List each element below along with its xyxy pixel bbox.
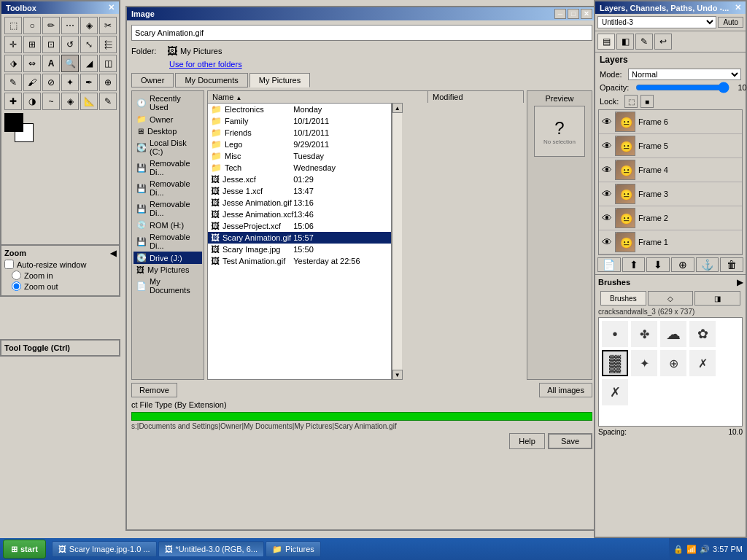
taskbar-item-untitled[interactable]: 🖼 *Untitled-3.0 (RGB, 6... xyxy=(158,541,265,557)
place-desktop[interactable]: 🖥 Desktop xyxy=(133,125,202,137)
image-dialog-maximize-btn[interactable]: □ xyxy=(568,9,579,19)
tab-my-documents[interactable]: My Documents xyxy=(175,73,247,88)
layer-frame2[interactable]: 👁 😐 Frame 2 xyxy=(599,206,742,230)
col-modified[interactable]: Modified xyxy=(428,91,523,103)
layer-frame6[interactable]: 👁 😐 Frame 6 xyxy=(599,110,742,134)
place-rom-h[interactable]: 💿 ROM (H:) xyxy=(133,219,202,231)
file-row-misc[interactable]: 📁Misc Tuesday xyxy=(208,150,391,162)
shear-tool[interactable]: ⬱ xyxy=(99,36,117,53)
col-name[interactable]: Name ▲ xyxy=(208,91,428,103)
color-preview[interactable] xyxy=(4,113,34,142)
file-row-scary-anim-gif[interactable]: 🖼Scary Animation.gif 15:57 xyxy=(208,232,391,244)
eye-frame4[interactable]: 👁 xyxy=(602,164,612,176)
auto-resize-checkbox[interactable] xyxy=(4,260,14,269)
file-row-electronics[interactable]: 📁Electronics Monday xyxy=(208,104,391,115)
smudge-tool[interactable]: ~ xyxy=(42,93,60,110)
heal-tool[interactable]: ✚ xyxy=(4,93,22,110)
delete-layer-btn[interactable]: 🗑 xyxy=(720,257,743,272)
free-select-tool[interactable]: ✏ xyxy=(42,17,60,34)
tab-owner[interactable]: Owner xyxy=(131,73,174,88)
file-row-family[interactable]: 📁Family 10/1/2011 xyxy=(208,115,391,127)
flip-tool[interactable]: ⇔ xyxy=(23,55,41,72)
brush-tab-gradients[interactable]: ◨ xyxy=(694,291,740,306)
brushes-collapse-btn[interactable]: ▶ xyxy=(737,278,743,287)
file-list-scrollbar[interactable]: ▲ ▼ xyxy=(392,103,402,380)
place-my-pictures[interactable]: 🖼 My Pictures xyxy=(133,264,202,276)
file-row-jesse1-xcf[interactable]: 🖼Jesse 1.xcf 13:47 xyxy=(208,185,391,197)
remove-button[interactable]: Remove xyxy=(131,383,177,397)
mode-select[interactable]: Normal xyxy=(628,69,741,80)
tab-my-pictures[interactable]: My Pictures xyxy=(249,73,310,88)
scale-tool[interactable]: ⤡ xyxy=(80,36,98,53)
place-owner[interactable]: 📁 Owner xyxy=(133,113,202,125)
file-row-tech[interactable]: 📁Tech Wednesday xyxy=(208,162,391,174)
brush-item-4[interactable]: ✿ xyxy=(689,321,716,347)
channels-tab-btn[interactable]: ◧ xyxy=(616,34,634,50)
taskbar-item-pictures[interactable]: 📁 Pictures xyxy=(266,541,321,557)
place-local-disk-c[interactable]: 💽 Local Disk (C:) xyxy=(133,137,202,158)
save-button[interactable]: Save xyxy=(548,433,592,449)
zoom-collapse-btn[interactable]: ◀ xyxy=(110,249,116,258)
scissors-select-tool[interactable]: ✂ xyxy=(99,17,117,34)
all-images-button[interactable]: All images xyxy=(539,383,592,397)
brush-item-5[interactable]: ▓ xyxy=(602,350,628,376)
pencil-tool[interactable]: ✎ xyxy=(4,74,22,91)
layers-doc-select[interactable]: Untitled-3 xyxy=(597,16,716,28)
perspective-tool[interactable]: ⬗ xyxy=(4,55,22,72)
taskbar-item-scary-image[interactable]: 🖼 Scary Image.jpg-1.0 ... xyxy=(52,541,157,557)
file-row-test-anim-gif[interactable]: 🖼Test Animation.gif Yesterday at 22:56 xyxy=(208,255,391,267)
ink-tool[interactable]: ✒ xyxy=(80,74,98,91)
paths-tab-btn[interactable]: ✎ xyxy=(635,34,653,50)
lock-pixels-btn[interactable]: ⬚ xyxy=(624,95,638,108)
eye-frame1[interactable]: 👁 xyxy=(602,236,612,248)
scroll-down-btn[interactable]: ▼ xyxy=(392,370,403,380)
file-row-jesseproject-xcf[interactable]: 🖼JesseProject.xcf 15:06 xyxy=(208,220,391,232)
path-tool[interactable]: ✎ xyxy=(99,93,117,110)
undo-tab-btn[interactable]: ↩ xyxy=(654,34,672,50)
zoom-in-radio[interactable] xyxy=(12,271,21,280)
place-recently-used[interactable]: 🕐 Recently Used xyxy=(133,93,202,113)
layers-close-btn[interactable]: ✕ xyxy=(735,3,741,12)
lower-layer-btn[interactable]: ⬇ xyxy=(646,257,670,272)
opacity-slider[interactable] xyxy=(635,84,729,91)
start-button[interactable]: ⊞ start xyxy=(3,540,46,559)
layer-frame4[interactable]: 👁 😐 Frame 4 xyxy=(599,158,742,182)
fuzzy-select-tool[interactable]: ⋯ xyxy=(61,17,79,34)
layer-frame5[interactable]: 👁 😐 Frame 5 xyxy=(599,134,742,158)
eye-frame5[interactable]: 👁 xyxy=(602,140,612,152)
zoom-out-radio[interactable] xyxy=(12,281,21,291)
align-tool[interactable]: ⊞ xyxy=(23,36,41,53)
bucket-fill-tool[interactable]: ◢ xyxy=(80,55,98,72)
rotate-tool[interactable]: ↺ xyxy=(61,36,79,53)
brush-tab-brushes[interactable]: Brushes xyxy=(600,291,646,306)
blend-tool[interactable]: ◫ xyxy=(99,55,117,72)
help-button[interactable]: Help xyxy=(509,433,545,449)
ellipse-select-tool[interactable]: ○ xyxy=(23,17,41,34)
place-drive-j[interactable]: 💽 Drive (J:) xyxy=(133,252,202,264)
clone-tool[interactable]: ⊕ xyxy=(99,74,117,91)
layers-tab-btn[interactable]: ▤ xyxy=(597,34,615,50)
toolbox-close-btn[interactable]: ✕ xyxy=(108,3,115,12)
layers-auto-btn[interactable]: Auto xyxy=(718,17,743,28)
measure-tool[interactable]: 📐 xyxy=(80,93,98,110)
brush-item-2[interactable]: ✤ xyxy=(631,321,657,347)
select-by-color-tool[interactable]: ◈ xyxy=(80,17,98,34)
move-tool[interactable]: ✛ xyxy=(4,36,22,53)
dodge-burn-tool[interactable]: ◑ xyxy=(23,93,41,110)
brush-item-9[interactable]: ✗ xyxy=(602,379,628,405)
anchor-layer-btn[interactable]: ⚓ xyxy=(696,257,719,272)
place-my-documents[interactable]: 📄 My Documents xyxy=(133,276,202,296)
file-row-friends[interactable]: 📁Friends 10/1/2011 xyxy=(208,127,391,139)
brush-item-3[interactable]: ☁ xyxy=(660,321,686,347)
scroll-up-btn[interactable]: ▲ xyxy=(392,103,403,113)
browse-link[interactable]: Use for other folders xyxy=(169,60,592,69)
file-row-jesse-xcf[interactable]: 🖼Jesse.xcf 01:29 xyxy=(208,174,391,185)
image-dialog-minimize-btn[interactable]: ─ xyxy=(554,9,566,19)
filename-input[interactable] xyxy=(131,25,592,41)
brush-item-6[interactable]: ✦ xyxy=(631,350,657,376)
text-tool[interactable]: A xyxy=(42,55,60,72)
airbrush-tool[interactable]: ✦ xyxy=(61,74,79,91)
layer-frame1[interactable]: 👁 😐 Frame 1 xyxy=(599,230,742,254)
new-layer-btn[interactable]: 📄 xyxy=(597,257,621,272)
place-removable-1[interactable]: 💾 Removable Di... xyxy=(133,158,202,178)
